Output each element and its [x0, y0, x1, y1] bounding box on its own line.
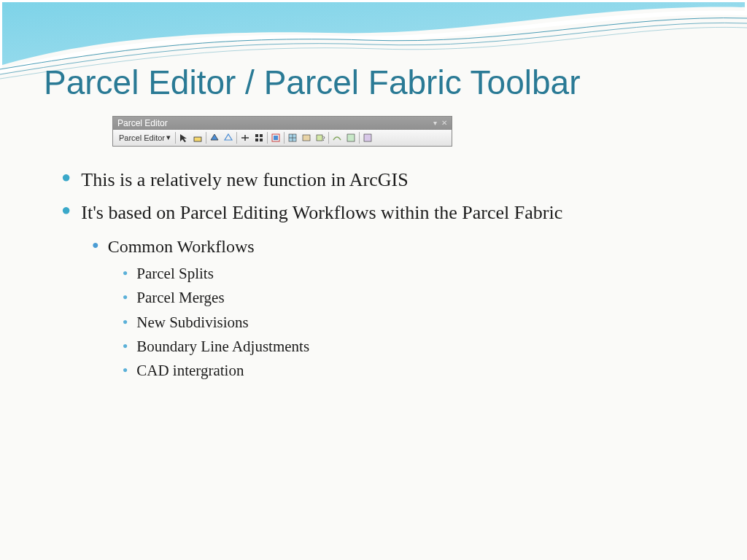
list-item: ● This is a relatively new function in A…: [61, 167, 703, 192]
bullet-dot-icon: ●: [123, 264, 128, 281]
svg-rect-12: [303, 135, 310, 141]
bullet-dot-icon: ●: [123, 313, 128, 330]
svg-rect-6: [260, 139, 263, 141]
bullet-dot-icon: ●: [123, 361, 128, 378]
bullet-dot-icon: ●: [123, 337, 128, 354]
grid-icon: [286, 131, 299, 144]
join-icon: [239, 131, 252, 144]
svg-rect-5: [255, 139, 258, 141]
help-icon: ?: [314, 131, 327, 144]
svg-rect-0: [194, 137, 201, 141]
bullet-dot-icon: ●: [61, 167, 71, 187]
add-parcel-icon: [191, 131, 204, 144]
svg-rect-13: [317, 135, 322, 141]
list-item: ● Parcel Merges: [123, 288, 703, 308]
list-item: ● New Subdivisions: [123, 313, 703, 332]
bullet-dot-icon: ●: [61, 200, 71, 220]
list-item: ● Parcel Splits: [123, 264, 703, 284]
map-icon: [344, 131, 357, 144]
construction-icon: [208, 131, 221, 144]
close-icon: ✕: [441, 119, 447, 127]
bullet-dot-icon: ●: [123, 288, 128, 306]
toolbar-body: Parcel Editor▾ ?: [113, 130, 452, 146]
plan-icon: [252, 131, 266, 144]
parcel-editor-dropdown: Parcel Editor▾: [116, 132, 174, 143]
transform-icon: [269, 131, 282, 144]
toolbar-titlebar: Parcel Editor ▾ ✕: [113, 117, 452, 130]
svg-text:?: ?: [322, 136, 325, 142]
bullet-dot-icon: ●: [92, 236, 99, 254]
svg-rect-3: [255, 134, 258, 137]
list-item: ● Boundary Line Adjustments: [123, 337, 703, 357]
svg-rect-15: [347, 134, 355, 141]
svg-rect-8: [274, 136, 278, 140]
list-item: ● CAD intergration: [123, 361, 703, 381]
toolbar-header-label: Parcel Editor: [117, 118, 168, 128]
svg-rect-4: [260, 134, 263, 137]
minimize-icon: ▾: [433, 119, 437, 127]
svg-rect-16: [364, 134, 371, 141]
annotation-icon: [222, 131, 235, 144]
curve-icon: [330, 131, 344, 144]
list-item: ● Common Workflows: [92, 236, 703, 258]
slide-title: Parcel Editor / Parcel Fabric Toolbar: [44, 64, 703, 101]
layers-icon: [361, 131, 374, 144]
bullet-list: ● This is a relatively new function in A…: [44, 167, 703, 381]
list-item: ● It's based on Parcel Editing Workflows…: [61, 200, 703, 225]
select-tool-icon: [177, 131, 190, 144]
explorer-icon: [300, 131, 313, 144]
toolbar-screenshot: Parcel Editor ▾ ✕ Parcel Editor▾: [112, 116, 703, 147]
